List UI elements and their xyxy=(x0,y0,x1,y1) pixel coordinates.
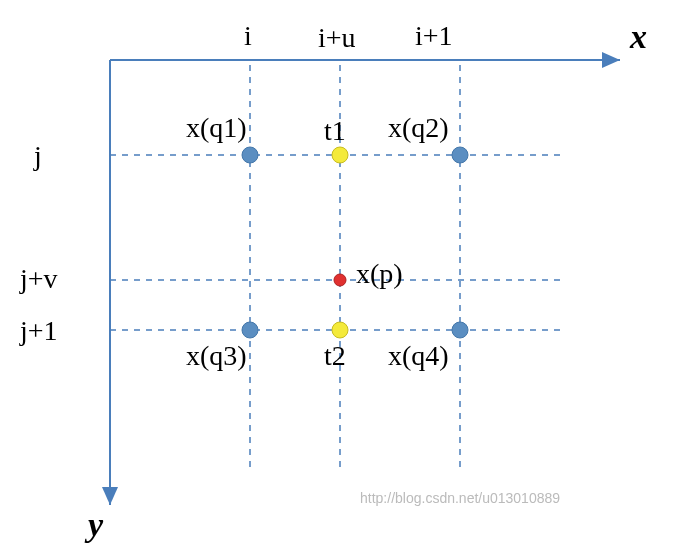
label-t1: t1 xyxy=(324,115,346,147)
label-q2: x(q2) xyxy=(388,112,449,144)
xtick-iu: i+u xyxy=(318,22,356,54)
label-q3: x(q3) xyxy=(186,340,247,372)
point-t2 xyxy=(332,322,348,338)
point-q2 xyxy=(452,147,468,163)
label-q1: x(q1) xyxy=(186,112,247,144)
ytick-j: j xyxy=(34,140,42,172)
label-q4: x(q4) xyxy=(388,340,449,372)
point-q4 xyxy=(452,322,468,338)
label-t2: t2 xyxy=(324,340,346,372)
ytick-j1: j+1 xyxy=(20,315,58,347)
x-axis-arrow xyxy=(602,52,620,68)
xtick-i1: i+1 xyxy=(415,20,453,52)
label-p: x(p) xyxy=(356,258,403,290)
x-axis-label: x xyxy=(630,18,647,56)
watermark-text: http://blog.csdn.net/u013010889 xyxy=(360,490,560,506)
diagram-canvas xyxy=(0,0,680,557)
point-p xyxy=(334,274,346,286)
point-t1 xyxy=(332,147,348,163)
ytick-jv: j+v xyxy=(20,263,58,295)
y-axis-label: y xyxy=(88,506,103,544)
point-q1 xyxy=(242,147,258,163)
xtick-i: i xyxy=(244,20,252,52)
y-axis-arrow xyxy=(102,487,118,505)
point-q3 xyxy=(242,322,258,338)
